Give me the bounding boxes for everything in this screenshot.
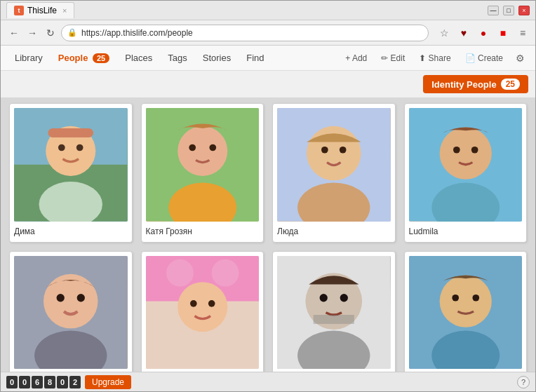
- toolbar-item-library[interactable]: Library: [8, 49, 50, 67]
- bookmark-icon[interactable]: ☆: [437, 26, 451, 40]
- person-photo-ludmila: [409, 108, 523, 222]
- svg-point-29: [166, 259, 194, 286]
- menu-icon[interactable]: ≡: [516, 26, 530, 40]
- score-digit-5: 2: [69, 376, 81, 388]
- browser-tab[interactable]: t ThisLife ×: [6, 2, 74, 18]
- pinterest-icon[interactable]: ●: [476, 26, 490, 40]
- maximize-button[interactable]: □: [503, 6, 514, 15]
- tab-title: ThisLife: [27, 6, 57, 15]
- app-toolbar: Library People 25 Places Tags Stories Fi…: [1, 46, 535, 71]
- svg-point-45: [472, 294, 479, 301]
- forward-button[interactable]: →: [25, 25, 40, 41]
- toolbar-nav: Library People 25 Places Tags Stories Fi…: [8, 49, 272, 67]
- svg-point-8: [177, 126, 227, 176]
- svg-point-25: [57, 294, 65, 302]
- score-digit-0: 0: [6, 376, 18, 388]
- person-card-lyuda[interactable]: Люда: [272, 103, 396, 243]
- svg-point-21: [471, 147, 478, 154]
- url-text: https://app.thislife.com/people: [81, 28, 193, 38]
- people-grid: Дима Катя Грозян: [9, 103, 527, 372]
- upgrade-button[interactable]: Upgrade: [85, 375, 131, 389]
- svg-point-20: [453, 147, 460, 154]
- person-photo-little-girl: [146, 256, 260, 370]
- identity-count-badge: 25: [501, 79, 520, 90]
- settings-gear-button[interactable]: ⚙: [511, 50, 528, 67]
- back-button[interactable]: ←: [6, 25, 22, 41]
- nav-icons: ☆ ♥ ● ■ ≡: [437, 26, 530, 40]
- svg-point-44: [452, 294, 459, 301]
- svg-point-11: [209, 144, 216, 151]
- svg-point-15: [321, 147, 328, 154]
- toolbar-item-find[interactable]: Find: [239, 49, 271, 67]
- tab-favicon: t: [14, 6, 24, 15]
- extension-icon[interactable]: ■: [496, 26, 510, 40]
- toolbar-item-tags[interactable]: Tags: [161, 49, 194, 67]
- person-name-lyuda: Люда: [277, 225, 391, 238]
- svg-point-4: [58, 144, 65, 151]
- minimize-button[interactable]: —: [488, 6, 499, 15]
- browser-window: t ThisLife × — □ × ← → ↻ 🔒 https://app.t…: [0, 0, 536, 392]
- identity-button-label: Identity People: [431, 79, 496, 90]
- toolbar-actions: + Add ✏ Edit ⬆ Share 📄 Create ⚙: [340, 50, 528, 67]
- svg-point-33: [189, 299, 196, 306]
- svg-point-39: [340, 294, 348, 302]
- edit-button[interactable]: ✏ Edit: [375, 50, 410, 66]
- person-card-oleg[interactable]: Олег: [272, 251, 396, 372]
- toolbar-item-places[interactable]: Places: [118, 49, 159, 67]
- svg-point-23: [43, 273, 98, 328]
- person-name-ludmila: Ludmila: [409, 225, 523, 238]
- navigation-bar: ← → ↻ 🔒 https://app.thislife.com/people …: [1, 20, 535, 46]
- main-content: Дима Катя Грозян: [1, 97, 535, 372]
- address-bar[interactable]: 🔒 https://app.thislife.com/people: [61, 25, 429, 41]
- svg-point-31: [177, 282, 227, 332]
- person-photo-lyuda: [277, 108, 391, 222]
- close-button[interactable]: ×: [518, 6, 530, 15]
- svg-point-34: [208, 299, 215, 306]
- person-photo-oleg: [277, 256, 391, 370]
- score-digit-3: 8: [44, 376, 55, 388]
- svg-point-26: [77, 294, 85, 302]
- svg-point-42: [439, 275, 491, 327]
- person-photo-dima: [14, 108, 128, 222]
- person-card-dima[interactable]: Дима: [9, 103, 133, 243]
- person-name-dima: Дима: [14, 225, 128, 238]
- svg-point-38: [320, 294, 328, 302]
- score-digit-2: 6: [32, 376, 43, 388]
- svg-point-5: [76, 144, 83, 151]
- toolbar-item-people[interactable]: People 25: [51, 49, 117, 67]
- svg-rect-6: [48, 128, 93, 137]
- window-controls: — □ ×: [488, 6, 530, 15]
- people-count-badge: 25: [93, 53, 109, 63]
- tab-close-button[interactable]: ×: [62, 6, 67, 15]
- person-card-nina[interactable]: Нина: [9, 251, 133, 372]
- score-digit-4: 0: [57, 376, 68, 388]
- svg-point-16: [340, 147, 347, 154]
- person-card-ludmila[interactable]: Ludmila: [404, 103, 528, 243]
- lock-icon: 🔒: [67, 28, 77, 37]
- person-card-katya[interactable]: Катя Грозян: [141, 103, 264, 243]
- pocket-icon[interactable]: ♥: [457, 26, 471, 40]
- bottom-bar: 0 0 6 8 0 2 Upgrade ?: [1, 372, 535, 391]
- add-button[interactable]: + Add: [340, 50, 373, 66]
- help-button[interactable]: ?: [517, 376, 530, 388]
- person-card-seryozha[interactable]: Сережа: [404, 251, 528, 372]
- create-button[interactable]: 📄 Create: [460, 50, 509, 66]
- svg-point-30: [211, 259, 239, 286]
- person-photo-seryozha: [409, 256, 523, 370]
- reload-button[interactable]: ↻: [43, 25, 58, 41]
- person-name-katya: Катя Грозян: [146, 225, 260, 238]
- person-photo-katya: [146, 108, 260, 222]
- person-photo-nina: [14, 256, 128, 370]
- person-card-little-girl[interactable]: little girl: [141, 251, 264, 372]
- svg-rect-40: [314, 314, 354, 323]
- title-bar: t ThisLife × — □ ×: [1, 1, 535, 20]
- identity-banner: Identity People 25: [1, 71, 535, 97]
- toolbar-item-stories[interactable]: Stories: [196, 49, 238, 67]
- share-button[interactable]: ⬆ Share: [413, 50, 456, 66]
- svg-point-10: [189, 144, 196, 151]
- score-digit-1: 0: [19, 376, 30, 388]
- identity-people-button[interactable]: Identity People 25: [423, 75, 528, 93]
- svg-point-18: [439, 127, 491, 179]
